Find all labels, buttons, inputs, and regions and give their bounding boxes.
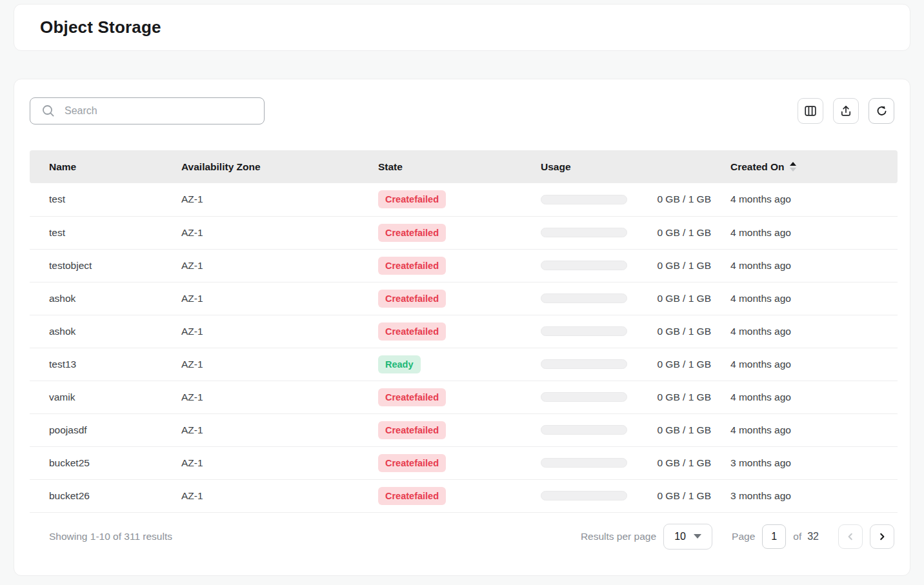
usage-text: 0 GB / 1 GB [657,490,711,502]
usage-text: 0 GB / 1 GB [657,260,711,272]
table-row[interactable]: bucket26AZ-1Createfailed0 GB / 1 GB3 mon… [30,479,898,512]
column-header-name: Name [30,150,181,183]
page-header: Object Storage [14,4,910,51]
cell-created-on: 4 months ago [730,381,898,413]
cell-availability-zone: AZ-1 [181,249,378,282]
columns-icon [804,104,817,117]
search-box[interactable] [30,97,265,124]
usage-progress-bar [541,228,627,237]
toolbar-buttons [798,98,894,124]
table-row[interactable]: testAZ-1Createfailed0 GB / 1 GB4 months … [30,216,898,249]
cell-usage: 0 GB / 1 GB [541,348,730,381]
cell-state: Createfailed [378,282,541,315]
cell-created-on: 4 months ago [730,282,898,315]
status-badge: Ready [378,355,421,373]
cell-created-on: 4 months ago [730,216,898,249]
status-badge: Createfailed [378,388,446,406]
status-badge: Createfailed [378,257,446,275]
table-row[interactable]: ashokAZ-1Createfailed0 GB / 1 GB4 months… [30,315,898,348]
cell-state: Createfailed [378,446,541,479]
cell-usage: 0 GB / 1 GB [541,183,730,216]
cell-usage: 0 GB / 1 GB [541,315,730,348]
cell-created-on: 4 months ago [730,183,898,216]
usage-text: 0 GB / 1 GB [657,392,711,403]
usage-progress-bar [541,359,627,369]
cell-availability-zone: AZ-1 [181,216,378,249]
export-button[interactable] [833,98,859,124]
cell-state: Createfailed [378,249,541,282]
cell-availability-zone: AZ-1 [181,183,378,216]
cell-created-on: 4 months ago [730,315,898,348]
cell-name: test13 [30,348,181,381]
cell-name: bucket26 [30,479,181,512]
object-storage-panel: Name Availability Zone State Usage Creat… [14,79,910,576]
table-header: Name Availability Zone State Usage Creat… [30,150,898,183]
cell-state: Ready [378,348,541,381]
cell-name: ashok [30,282,181,315]
table-row[interactable]: test13AZ-1Ready0 GB / 1 GB4 months ago [30,348,898,381]
cell-availability-zone: AZ-1 [181,479,378,512]
next-page-button[interactable] [870,524,894,549]
cell-state: Createfailed [378,183,541,216]
cell-availability-zone: AZ-1 [181,348,378,381]
status-badge: Createfailed [378,421,446,439]
cell-name: vamik [30,381,181,413]
total-pages: 32 [807,531,819,542]
usage-progress-bar [541,425,627,435]
usage-progress-bar [541,326,627,336]
cell-state: Createfailed [378,413,541,446]
cell-state: Createfailed [378,381,541,413]
chevron-left-icon [846,532,855,541]
cell-usage: 0 GB / 1 GB [541,446,730,479]
usage-text: 0 GB / 1 GB [657,193,711,205]
toolbar [30,97,894,124]
cell-state: Createfailed [378,216,541,249]
cell-usage: 0 GB / 1 GB [541,282,730,315]
status-badge: Createfailed [378,224,446,242]
page-label: Page [732,531,755,542]
cell-name: test [30,216,181,249]
table-row[interactable]: testobjectAZ-1Createfailed0 GB / 1 GB4 m… [30,249,898,282]
usage-text: 0 GB / 1 GB [657,424,711,436]
cell-availability-zone: AZ-1 [181,282,378,315]
search-input[interactable] [65,105,255,117]
cell-created-on: 4 months ago [730,348,898,381]
usage-progress-bar [541,491,627,501]
usage-text: 0 GB / 1 GB [657,293,711,304]
columns-toggle-button[interactable] [798,98,823,124]
status-badge: Createfailed [378,290,446,308]
sort-icon[interactable] [790,162,796,172]
table-row[interactable]: poojasdfAZ-1Createfailed0 GB / 1 GB4 mon… [30,413,898,446]
status-badge: Createfailed [378,487,446,505]
usage-progress-bar [541,195,627,204]
table-row[interactable]: vamikAZ-1Createfailed0 GB / 1 GB4 months… [30,381,898,413]
previous-page-button[interactable] [838,524,863,549]
refresh-button[interactable] [869,98,894,124]
cell-name: testobject [30,249,181,282]
column-header-created-on[interactable]: Created On [730,150,898,183]
table-row[interactable]: bucket25AZ-1Createfailed0 GB / 1 GB3 mon… [30,446,898,479]
usage-text: 0 GB / 1 GB [657,326,711,337]
table-footer: Showing 1-10 of 311 results Results per … [30,524,894,550]
usage-progress-bar [541,458,627,468]
cell-name: poojasdf [30,413,181,446]
buckets-table: Name Availability Zone State Usage Creat… [30,150,898,513]
search-icon [41,104,55,118]
cell-state: Createfailed [378,315,541,348]
column-header-usage: Usage [541,150,730,183]
status-badge: Createfailed [378,190,446,208]
table-row[interactable]: ashokAZ-1Createfailed0 GB / 1 GB4 months… [30,282,898,315]
cell-state: Createfailed [378,479,541,512]
column-header-state: State [378,150,541,183]
cell-availability-zone: AZ-1 [181,315,378,348]
status-badge: Createfailed [378,322,446,341]
cell-usage: 0 GB / 1 GB [541,479,730,512]
cell-usage: 0 GB / 1 GB [541,249,730,282]
cell-usage: 0 GB / 1 GB [541,381,730,413]
column-header-availability-zone: Availability Zone [181,150,378,183]
usage-progress-bar [541,293,627,303]
page-number-input[interactable] [762,524,786,549]
cell-created-on: 4 months ago [730,249,898,282]
table-row[interactable]: testAZ-1Createfailed0 GB / 1 GB4 months … [30,183,898,216]
results-per-page-select[interactable]: 10 [663,524,712,550]
